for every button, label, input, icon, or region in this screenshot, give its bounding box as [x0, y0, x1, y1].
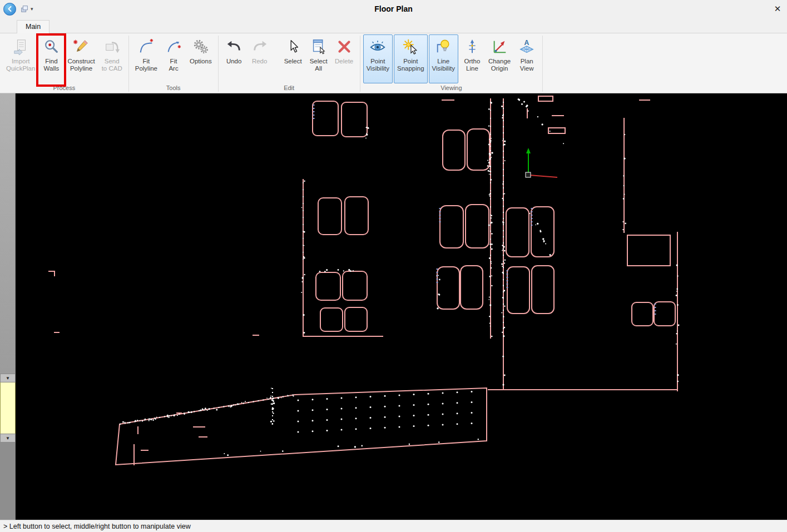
- eye-icon: [369, 37, 386, 56]
- left-panel-strip: ▼ ▼: [0, 93, 16, 520]
- delete-button[interactable]: Delete: [331, 34, 357, 83]
- construct-polyline-icon: [73, 37, 90, 56]
- back-button[interactable]: [3, 3, 16, 16]
- quick-access-dropdown-icon[interactable]: ▾: [31, 6, 33, 12]
- floor-plan-window: ▾ Floor Plan ✕ Main: [0, 0, 787, 532]
- titlebar: ▾ Floor Plan ✕: [0, 0, 787, 18]
- point-snapping-toggle[interactable]: Point Snapping: [394, 34, 428, 83]
- status-bar: > Left button to select, middle/right bu…: [0, 520, 787, 532]
- svg-text:A: A: [524, 39, 529, 47]
- import-quickplan-button[interactable]: Import QuickPlan: [3, 34, 38, 83]
- lightbulb-icon: [435, 37, 452, 56]
- ribbon-group-viewing: Point Visibility Po: [360, 33, 543, 93]
- plan-view-button[interactable]: A Plan View: [514, 34, 539, 83]
- change-origin-button[interactable]: Change Origin: [485, 34, 514, 83]
- plan-view-icon: A: [518, 37, 535, 56]
- workspace: ▼ ▼: [0, 93, 787, 520]
- select-all-icon: [310, 37, 327, 56]
- group-label-edit: Edit: [219, 83, 360, 93]
- scroll-up-button[interactable]: ▼: [0, 434, 16, 442]
- ribbon-group-tools: Fit Polyline Fit: [129, 33, 218, 93]
- white-point-overlays: [120, 102, 503, 427]
- fit-polyline-icon: [138, 37, 155, 56]
- redo-icon: [251, 37, 268, 56]
- layers-icon[interactable]: [20, 4, 29, 13]
- select-button[interactable]: Select: [280, 34, 306, 83]
- origin-axis-indicator: [526, 148, 557, 177]
- window-title: Floor Plan: [0, 4, 787, 13]
- group-label-process: Process: [0, 83, 128, 93]
- undo-icon: [226, 37, 242, 56]
- point-cloud-viewport[interactable]: [16, 93, 787, 520]
- select-cursor-icon: [285, 37, 301, 56]
- fit-arc-button[interactable]: Fit Arc: [161, 34, 186, 83]
- left-strip-track[interactable]: [0, 93, 16, 374]
- fit-polyline-button[interactable]: Fit Polyline: [132, 34, 161, 83]
- wall-lines: [49, 96, 677, 465]
- point-visibility-toggle[interactable]: Point Visibility: [363, 34, 393, 83]
- line-visibility-toggle[interactable]: Line Visibility: [429, 34, 458, 83]
- undo-button[interactable]: Undo: [221, 34, 247, 83]
- fit-arc-icon: [165, 37, 182, 56]
- ortho-line-button[interactable]: Ortho Line: [459, 34, 485, 83]
- redo-button[interactable]: Redo: [247, 34, 273, 83]
- send-to-cad-icon: [103, 37, 120, 56]
- select-all-button[interactable]: Select All: [306, 34, 331, 83]
- status-message: > Left button to select, middle/right bu…: [3, 523, 191, 530]
- point-cloud-speckles: [122, 98, 680, 456]
- ortho-line-icon: [464, 37, 481, 56]
- tab-main[interactable]: Main: [17, 20, 50, 33]
- construct-polyline-button[interactable]: Construct Polyline: [64, 34, 98, 83]
- ribbon-group-process: Import QuickPlan Find Walls: [0, 33, 128, 93]
- group-label-tools: Tools: [129, 83, 218, 93]
- close-button[interactable]: ✕: [768, 4, 787, 14]
- import-quickplan-icon: [12, 37, 29, 56]
- find-walls-icon: [43, 37, 60, 56]
- back-chevron-icon: [6, 5, 14, 13]
- floor-plan-canvas[interactable]: [16, 93, 787, 520]
- change-origin-icon: [491, 37, 508, 56]
- delete-x-icon: [336, 37, 353, 56]
- options-button[interactable]: Options: [186, 34, 215, 83]
- tool-palette-panel[interactable]: [0, 382, 16, 434]
- group-label-viewing: Viewing: [360, 83, 543, 93]
- left-strip-lower: [0, 442, 16, 520]
- ribbon: Import QuickPlan Find Walls: [0, 33, 787, 93]
- send-to-cad-button[interactable]: Send to CAD: [98, 34, 126, 83]
- options-gears-icon: [192, 37, 209, 56]
- ribbon-group-edit: Undo Redo: [219, 33, 360, 93]
- group-separator: [542, 36, 543, 92]
- snap-star-cursor-icon: [402, 37, 419, 56]
- scroll-down-button[interactable]: ▼: [0, 374, 16, 382]
- find-walls-button[interactable]: Find Walls: [38, 34, 64, 83]
- point-cloud-dot-grid: [298, 391, 473, 433]
- ribbon-tab-row: Main: [0, 18, 787, 33]
